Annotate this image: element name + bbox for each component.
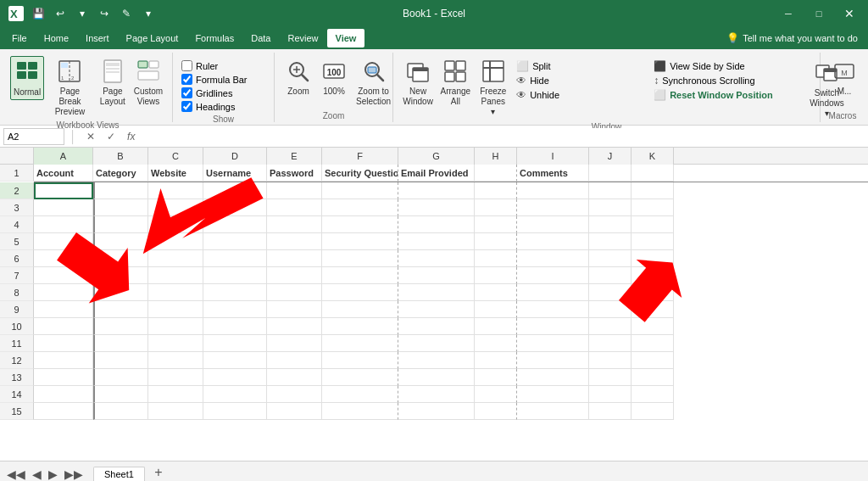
menu-formulas[interactable]: Formulas xyxy=(186,29,242,48)
cell-G2[interactable] xyxy=(398,182,475,199)
menu-home[interactable]: Home xyxy=(36,29,77,48)
formula-bar-checkbox[interactable]: Formula Bar xyxy=(180,73,249,86)
sync-scrolling-button[interactable]: ↕ Synchronous Scrolling xyxy=(650,74,803,87)
corner-cell[interactable] xyxy=(0,148,34,165)
menu-insert[interactable]: Insert xyxy=(77,29,118,48)
row-header-1[interactable]: 1 xyxy=(0,165,34,182)
custom-views-button[interactable]: Custom Views xyxy=(131,56,165,109)
undo-button[interactable]: ↩ xyxy=(51,4,70,23)
customize-dropdown[interactable]: ▾ xyxy=(139,4,158,23)
cell-E2[interactable] xyxy=(267,182,322,199)
row-header-6[interactable]: 6 xyxy=(0,250,34,267)
menu-review[interactable]: Review xyxy=(279,29,326,48)
redo-button[interactable]: ↪ xyxy=(95,4,114,23)
formula-input[interactable] xyxy=(143,128,865,145)
row-header-9[interactable]: 9 xyxy=(0,301,34,318)
row-header-15[interactable]: 15 xyxy=(0,403,34,420)
col-header-I[interactable]: I xyxy=(517,148,589,165)
page-break-preview-button[interactable]: 12 Page Break Preview xyxy=(46,56,94,119)
cell-H1[interactable] xyxy=(475,165,517,182)
tell-me-box[interactable]: 💡 Tell me what you want to do xyxy=(720,31,865,46)
cell-C2[interactable] xyxy=(148,182,203,199)
reset-window-button[interactable]: ⬜ Reset Window Position xyxy=(650,88,803,102)
cell-F2[interactable] xyxy=(322,182,398,199)
zoom-100-button[interactable]: 100 100% xyxy=(317,56,351,98)
col-header-D[interactable]: D xyxy=(203,148,267,165)
row-header-5[interactable]: 5 xyxy=(0,233,34,250)
row-header-14[interactable]: 14 xyxy=(0,386,34,403)
unhide-button[interactable]: 👁 Unhide xyxy=(513,88,648,102)
split-button[interactable]: ⬜ Split xyxy=(513,59,648,73)
cell-J1[interactable] xyxy=(589,165,632,182)
gridlines-check-input[interactable] xyxy=(181,87,192,98)
menu-page-layout[interactable]: Page Layout xyxy=(118,29,187,48)
row-header-10[interactable]: 10 xyxy=(0,318,34,335)
cell-I2[interactable] xyxy=(517,182,589,199)
sheet-nav-left[interactable]: ◀◀ xyxy=(3,467,29,481)
col-header-H[interactable]: H xyxy=(475,148,517,165)
formula-bar-check-input[interactable] xyxy=(181,74,192,85)
cell-E1[interactable]: Password xyxy=(267,165,322,182)
col-header-C[interactable]: C xyxy=(148,148,203,165)
col-header-A[interactable]: A xyxy=(34,148,93,165)
row-header-8[interactable]: 8 xyxy=(0,284,34,301)
cell-C3[interactable] xyxy=(148,199,203,216)
cancel-formula-button[interactable]: ✕ xyxy=(82,128,99,145)
menu-data[interactable]: Data xyxy=(242,29,279,48)
headings-check-input[interactable] xyxy=(181,101,192,112)
cell-K1[interactable] xyxy=(632,165,674,182)
menu-file[interactable]: File xyxy=(3,29,36,48)
col-header-G[interactable]: G xyxy=(398,148,475,165)
minimize-button[interactable]: ─ xyxy=(776,2,800,25)
cell-C1[interactable]: Website xyxy=(148,165,203,182)
zoom-selection-button[interactable]: Zoom to Selection xyxy=(353,56,394,109)
col-header-F[interactable]: F xyxy=(322,148,398,165)
gridlines-checkbox[interactable]: Gridlines xyxy=(180,87,249,99)
cell-F1[interactable]: Security Questio… xyxy=(322,165,398,182)
row-header-4[interactable]: 4 xyxy=(0,216,34,233)
save-button[interactable]: 💾 xyxy=(29,4,47,23)
headings-checkbox[interactable]: Headings xyxy=(180,100,249,113)
col-header-E[interactable]: E xyxy=(267,148,322,165)
name-box[interactable] xyxy=(3,128,64,145)
row-header-7[interactable]: 7 xyxy=(0,267,34,284)
ruler-checkbox[interactable]: Ruler xyxy=(180,59,249,72)
new-window-button[interactable]: New Window xyxy=(400,56,436,119)
macros-button[interactable]: M M... xyxy=(827,56,861,98)
sheet-nav-prev[interactable]: ◀ xyxy=(29,467,45,481)
freeze-panes-button[interactable]: Freeze Panes ▾ xyxy=(475,56,511,119)
row-header-11[interactable]: 11 xyxy=(0,335,34,352)
customize-qat-button[interactable]: ✎ xyxy=(117,4,136,23)
cell-A2[interactable] xyxy=(34,182,93,199)
row-header-3[interactable]: 3 xyxy=(0,199,34,216)
col-header-K[interactable]: K xyxy=(632,148,674,165)
row-header-13[interactable]: 13 xyxy=(0,369,34,386)
sheet-tab-sheet1[interactable]: Sheet1 xyxy=(93,467,145,481)
arrange-all-button[interactable]: Arrange All xyxy=(437,56,473,119)
maximize-button[interactable]: □ xyxy=(807,2,831,25)
cell-H2[interactable] xyxy=(475,182,517,199)
close-button[interactable]: ✕ xyxy=(837,2,861,25)
hide-button[interactable]: 👁 Hide xyxy=(513,74,648,87)
row-header-2[interactable]: 2 xyxy=(0,182,34,199)
cell-B1[interactable]: Category xyxy=(93,165,148,182)
cell-K2[interactable] xyxy=(632,182,674,199)
zoom-button[interactable]: Zoom xyxy=(281,56,315,98)
cell-B3[interactable] xyxy=(93,199,148,216)
insert-function-button[interactable]: fx xyxy=(123,128,140,145)
view-side-by-side-button[interactable]: ⬛ View Side by Side xyxy=(650,59,803,73)
row-header-12[interactable]: 12 xyxy=(0,352,34,369)
cell-J2[interactable] xyxy=(589,182,632,199)
cell-G1[interactable]: Email Provided xyxy=(398,165,475,182)
sheet-nav-right[interactable]: ▶▶ xyxy=(61,467,86,481)
col-header-B[interactable]: B xyxy=(93,148,148,165)
add-sheet-button[interactable]: + xyxy=(150,464,167,481)
page-layout-view-button[interactable]: Page Layout xyxy=(96,56,130,109)
ruler-check-input[interactable] xyxy=(181,60,192,71)
undo-dropdown[interactable]: ▾ xyxy=(73,4,92,23)
cell-B2[interactable] xyxy=(93,182,148,199)
enter-formula-button[interactable]: ✓ xyxy=(103,128,120,145)
col-header-J[interactable]: J xyxy=(589,148,632,165)
cell-A3[interactable] xyxy=(34,199,93,216)
normal-view-button[interactable]: Normal xyxy=(10,56,44,100)
